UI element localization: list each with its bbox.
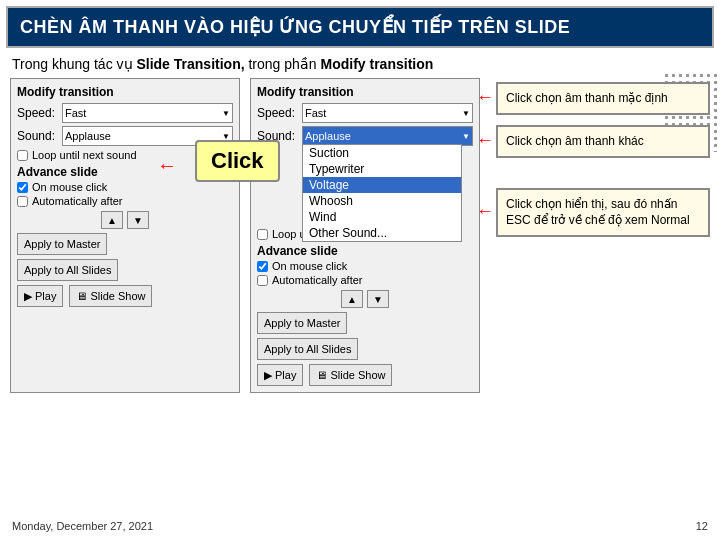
panel1-up-arrow[interactable]: ▲ — [101, 211, 123, 229]
panel1-slideshow-label: Slide Show — [90, 290, 145, 302]
panel2-advance-title: Advance slide — [257, 244, 473, 258]
info-box-3-text: Click chọn hiển thị, sau đó nhấn ESC để … — [506, 197, 690, 228]
info-box-2-text: Click chọn âm thanh khác — [506, 134, 644, 148]
footer-date: Monday, December 27, 2021 — [12, 520, 153, 532]
panel1-loop-checkbox[interactable] — [17, 150, 28, 161]
panel1-apply-master-btn[interactable]: Apply to Master — [17, 233, 107, 255]
panel2-apply-master-btn[interactable]: Apply to Master — [257, 312, 347, 334]
panel1-speed-label: Speed: — [17, 106, 62, 120]
info-box-2: Click chọn âm thanh khác ← — [496, 125, 710, 158]
header: CHÈN ÂM THANH VÀO HIỆU ỨNG CHUYỂN TIẾP T… — [6, 6, 714, 48]
click-balloon: Click — [195, 140, 280, 182]
panel1-down-arrow[interactable]: ▼ — [127, 211, 149, 229]
dropdown-whoosh[interactable]: Whoosh — [303, 193, 461, 209]
left-arrow-icon: ← — [157, 154, 177, 177]
panel1: Modify transition Speed: Fast Sound: App… — [10, 78, 240, 393]
panel1-title: Modify transition — [17, 85, 233, 99]
panel1-apply-all-btn[interactable]: Apply to All Slides — [17, 259, 118, 281]
panel2-auto-label: Automatically after — [272, 274, 362, 286]
dropdown-wind[interactable]: Wind — [303, 209, 461, 225]
arrow-left-1: ← — [476, 86, 494, 111]
panel2-mouse-label: On mouse click — [272, 260, 347, 272]
panel2-auto-checkbox[interactable] — [257, 275, 268, 286]
footer: Monday, December 27, 2021 12 — [12, 520, 708, 532]
panel2-play-btn[interactable]: ▶ Play — [257, 364, 303, 386]
panel2-loop-checkbox[interactable] — [257, 229, 268, 240]
info-box-1: Click chọn âm thanh mặc định ← — [496, 82, 710, 115]
panel1-monitor-icon: 🖥 — [76, 290, 87, 302]
panel1-play-btn[interactable]: ▶ Play — [17, 285, 63, 307]
panel1-auto-checkbox[interactable] — [17, 196, 28, 207]
panel2-speed-select[interactable]: Fast — [302, 103, 473, 123]
panel2-down-arrow[interactable]: ▼ — [367, 290, 389, 308]
info-box-1-text: Click chọn âm thanh mặc định — [506, 91, 668, 105]
panel1-mouse-label: On mouse click — [32, 181, 107, 193]
sound-dropdown[interactable]: Suction Typewriter Voltage Whoosh Wind O… — [302, 144, 462, 242]
panel2-up-arrow[interactable]: ▲ — [341, 290, 363, 308]
panel1-loop-label: Loop until next sound — [32, 149, 137, 161]
dropdown-typewriter[interactable]: Typewriter — [303, 161, 461, 177]
panel2-title: Modify transition — [257, 85, 473, 99]
subtitle: Trong khung tác vụ Slide Transition, tro… — [0, 48, 720, 78]
panel2-monitor-icon: 🖥 — [316, 369, 327, 381]
subtitle-text1: Trong khung tác vụ — [12, 56, 136, 72]
subtitle-bold1: Slide Transition, — [136, 56, 244, 72]
panel2-speed-label: Speed: — [257, 106, 302, 120]
subtitle-text2: trong phần — [245, 56, 321, 72]
dropdown-other[interactable]: Other Sound... — [303, 225, 461, 241]
panel2-apply-all-btn[interactable]: Apply to All Slides — [257, 338, 358, 360]
panel2-play-label: Play — [275, 369, 296, 381]
dropdown-voltage[interactable]: Voltage — [303, 177, 461, 193]
panel2-mouse-checkbox[interactable] — [257, 261, 268, 272]
panel2-slideshow-btn[interactable]: 🖥 Slide Show — [309, 364, 392, 386]
panel1-mouse-checkbox[interactable] — [17, 182, 28, 193]
panel1-play-icon: ▶ — [24, 290, 32, 303]
panel2-play-icon: ▶ — [264, 369, 272, 382]
panel1-speed-select[interactable]: Fast — [62, 103, 233, 123]
panel2-slideshow-label: Slide Show — [330, 369, 385, 381]
dropdown-suction[interactable]: Suction — [303, 145, 461, 161]
arrow-left-2: ← — [476, 129, 494, 154]
footer-page: 12 — [696, 520, 708, 532]
panel1-sound-label: Sound: — [17, 129, 62, 143]
arrow-left-3: ← — [476, 200, 494, 225]
panel1-slideshow-btn[interactable]: 🖥 Slide Show — [69, 285, 152, 307]
panel1-play-label: Play — [35, 290, 56, 302]
panel2: Modify transition Speed: Fast Sound: App… — [250, 78, 480, 393]
panel2-sound-select[interactable]: Applause — [302, 126, 473, 146]
panel1-auto-label: Automatically after — [32, 195, 122, 207]
info-box-3: Click chọn hiển thị, sau đó nhấn ESC để … — [496, 188, 710, 238]
subtitle-bold2: Modify transition — [321, 56, 434, 72]
